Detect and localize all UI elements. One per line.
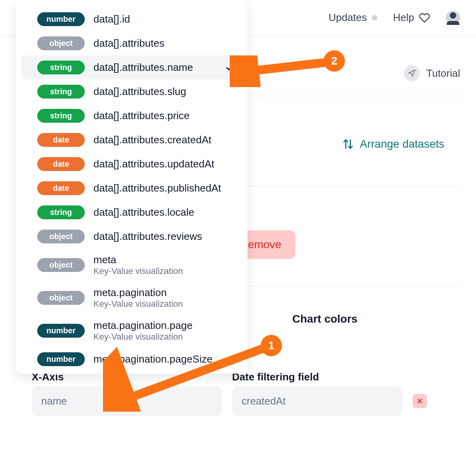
- dropdown-item-path: data[].attributes.publishedAt: [93, 182, 221, 194]
- updates-link[interactable]: Updates: [329, 11, 377, 24]
- marker-2-label: 2: [331, 55, 337, 67]
- dropdown-item-path: data[].attributes.price: [93, 110, 190, 122]
- type-badge: object: [37, 230, 85, 243]
- field-selector-dropdown: numberdata[].idobjectdata[].attributesst…: [16, 0, 248, 374]
- svg-marker-0: [409, 70, 415, 76]
- dropdown-item[interactable]: objectdata[].attributes: [21, 31, 242, 55]
- arrange-icon: [343, 139, 354, 150]
- type-badge: number: [37, 352, 85, 366]
- type-badge: object: [37, 36, 85, 50]
- type-badge: string: [37, 205, 85, 219]
- annotation-arrow-2: [230, 55, 333, 87]
- avatar-icon: [446, 11, 460, 25]
- type-badge: string: [37, 61, 85, 74]
- dropdown-item[interactable]: stringdata[].attributes.slug: [21, 80, 242, 104]
- dropdown-item[interactable]: stringdata[].attributes.locale: [21, 200, 242, 224]
- type-badge: object: [37, 258, 85, 272]
- dropdown-item-path: data[].attributes.updatedAt: [93, 158, 214, 170]
- update-indicator-icon: [372, 15, 377, 21]
- dropdown-item-path: meta: [93, 254, 183, 266]
- type-badge: string: [37, 109, 85, 123]
- dropdown-item-path: data[].attributes.createdAt: [93, 134, 211, 146]
- dropdown-item-path: data[].attributes.locale: [93, 206, 194, 218]
- dropdown-item[interactable]: numberdata[].id: [21, 7, 242, 31]
- type-badge: string: [37, 85, 85, 99]
- clear-date-filter-button[interactable]: [413, 394, 427, 408]
- dropdown-item[interactable]: objectdata[].attributes.reviews: [21, 224, 242, 249]
- dropdown-item[interactable]: stringdata[].attributes.name: [21, 55, 242, 80]
- dropdown-item[interactable]: datedata[].attributes.createdAt: [21, 128, 242, 152]
- marker-1-label: 1: [268, 339, 274, 352]
- dropdown-item-subtext: Key-Value visualization: [93, 266, 183, 276]
- close-icon: [416, 397, 423, 405]
- dropdown-item-path: data[].attributes.reviews: [93, 230, 202, 243]
- dropdown-item[interactable]: objectmetaKey-Value visualization: [21, 249, 242, 281]
- dropdown-item[interactable]: datedata[].attributes.publishedAt: [21, 176, 242, 200]
- tutorial-link[interactable]: Tutorial: [404, 65, 460, 81]
- user-avatar[interactable]: [446, 11, 460, 25]
- dropdown-item-subtext: Key-Value visualization: [93, 299, 183, 309]
- type-badge: object: [37, 291, 85, 305]
- annotation-arrow-1: [103, 340, 273, 412]
- arrange-datasets-label: Arrange datasets: [360, 138, 444, 150]
- dropdown-item-path: data[].attributes.name: [93, 61, 193, 74]
- heart-icon: [419, 12, 430, 23]
- help-label: Help: [393, 11, 414, 24]
- tutorial-label: Tutorial: [426, 67, 460, 80]
- dropdown-item-path: data[].id: [93, 13, 130, 25]
- compass-icon: [404, 65, 420, 81]
- chart-colors-heading: Chart colors: [292, 313, 358, 325]
- dropdown-item[interactable]: stringdata[].attributes.price: [21, 104, 242, 128]
- updates-label: Updates: [329, 11, 367, 24]
- type-badge: date: [37, 157, 85, 171]
- dropdown-item[interactable]: objectmeta.paginationKey-Value visualiza…: [21, 281, 242, 314]
- dropdown-item[interactable]: datedata[].attributes.updatedAt: [21, 152, 242, 176]
- annotation-marker-2: 2: [324, 50, 345, 72]
- svg-line-6: [119, 348, 263, 402]
- dropdown-item-path: meta.pagination: [93, 287, 183, 299]
- arrange-datasets-button[interactable]: Arrange datasets: [343, 138, 444, 150]
- type-badge: date: [37, 133, 85, 147]
- type-badge: number: [37, 12, 85, 26]
- dropdown-item-path: meta.pagination.page: [93, 319, 192, 332]
- dropdown-item-path: data[].attributes.slug: [93, 86, 186, 98]
- dropdown-item-path: data[].attributes: [93, 37, 164, 49]
- type-badge: date: [37, 181, 85, 195]
- annotation-marker-1: 1: [261, 335, 282, 356]
- help-link[interactable]: Help: [393, 11, 430, 24]
- type-badge: number: [37, 324, 85, 338]
- svg-line-4: [242, 63, 325, 72]
